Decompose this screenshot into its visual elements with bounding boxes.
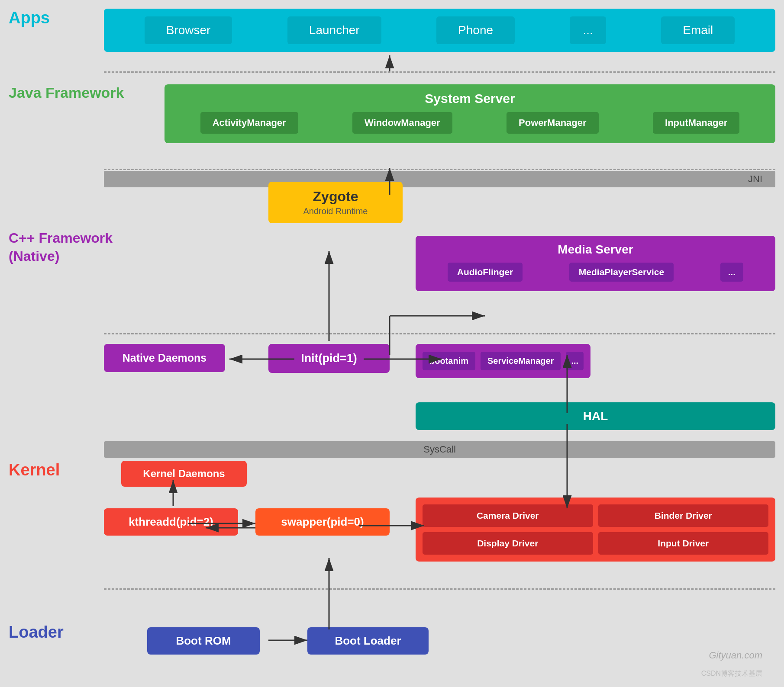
dashed-sep-5: [104, 588, 775, 590]
boot-rom-label: Boot ROM: [176, 634, 231, 647]
apps-bar: Browser Launcher Phone ... Email: [104, 9, 775, 52]
svc-bootanim: bootanim: [423, 352, 475, 370]
hal-box: HAL: [416, 402, 775, 430]
kthreadd-label: kthreadd(pid=2): [129, 515, 213, 528]
media-server-items: AudioFlinger MediaPlayerService ...: [424, 263, 767, 282]
watermark: Gityuan.com: [709, 650, 763, 661]
svc-ellipsis: ...: [566, 352, 584, 370]
ms-ellipsis: ...: [720, 263, 744, 282]
ss-window-manager: WindowManager: [352, 112, 452, 134]
kernel-label: Kernel: [9, 461, 60, 479]
swapper-label: swapper(pid=0): [281, 515, 364, 528]
csdn-watermark: CSDN博客技术基层: [701, 669, 762, 678]
ms-audio-flinger: AudioFlinger: [448, 263, 523, 282]
driver-camera: Camera Driver: [423, 504, 593, 527]
jni-bar: JNI: [104, 171, 775, 187]
zygote-subtitle: Android Runtime: [281, 206, 390, 216]
app-ellipsis: ...: [570, 16, 606, 44]
boot-rom-box: Boot ROM: [147, 627, 260, 655]
app-browser: Browser: [145, 16, 232, 44]
syscall-bar: SysCall: [104, 441, 775, 458]
ms-media-player: MediaPlayerService: [569, 263, 674, 282]
loader-label: Loader: [9, 623, 64, 642]
dashed-sep-3: [104, 333, 775, 334]
driver-display: Display Driver: [423, 532, 593, 555]
app-phone: Phone: [436, 16, 515, 44]
init-label: Init(pid=1): [301, 352, 357, 365]
apps-label: Apps: [9, 9, 50, 27]
kthreadd-box: kthreadd(pid=2): [104, 508, 238, 536]
dashed-sep-1: [104, 71, 775, 73]
hal-label: HAL: [583, 409, 608, 423]
cpp-framework-label: C++ Framework(Native): [9, 229, 113, 265]
media-server-box: Media Server AudioFlinger MediaPlayerSer…: [416, 236, 775, 291]
swapper-box: swapper(pid=0): [255, 508, 390, 536]
ss-input-manager: InputManager: [653, 112, 739, 134]
app-email: Email: [661, 16, 735, 44]
system-server-title: System Server: [173, 91, 767, 106]
native-daemons-label: Native Daemons: [123, 352, 207, 364]
native-daemons-box: Native Daemons: [104, 344, 225, 372]
driver-binder: Binder Driver: [598, 504, 769, 527]
drivers-box: Camera Driver Binder Driver Display Driv…: [416, 498, 775, 562]
zygote-title: Zygote: [281, 189, 390, 205]
svc-service-manager: ServiceManager: [481, 352, 561, 370]
boot-loader-box: Boot Loader: [307, 627, 429, 655]
dashed-sep-2: [104, 169, 775, 170]
ss-power-manager: PowerManager: [507, 112, 599, 134]
jni-label: JNI: [748, 173, 762, 185]
init-box: Init(pid=1): [268, 344, 390, 373]
zygote-box: Zygote Android Runtime: [268, 182, 403, 223]
media-server-title: Media Server: [424, 243, 767, 257]
syscall-label: SysCall: [423, 444, 456, 455]
system-server-box: System Server ActivityManager WindowMana…: [165, 84, 775, 143]
diagram: Apps Browser Launcher Phone ... Email Ja…: [0, 0, 784, 687]
java-framework-label: Java Framework: [9, 84, 124, 101]
ss-activity-manager: ActivityManager: [200, 112, 298, 134]
services-box: bootanim ServiceManager ...: [416, 344, 590, 378]
app-launcher: Launcher: [287, 16, 381, 44]
kernel-daemons-label: Kernel Daemons: [143, 468, 225, 479]
boot-loader-label: Boot Loader: [335, 634, 401, 647]
drivers-grid: Camera Driver Binder Driver Display Driv…: [423, 504, 768, 555]
services-items: bootanim ServiceManager ...: [423, 352, 584, 370]
system-server-items: ActivityManager WindowManager PowerManag…: [173, 112, 767, 134]
driver-input: Input Driver: [598, 532, 769, 555]
kernel-daemons-box: Kernel Daemons: [121, 461, 247, 487]
